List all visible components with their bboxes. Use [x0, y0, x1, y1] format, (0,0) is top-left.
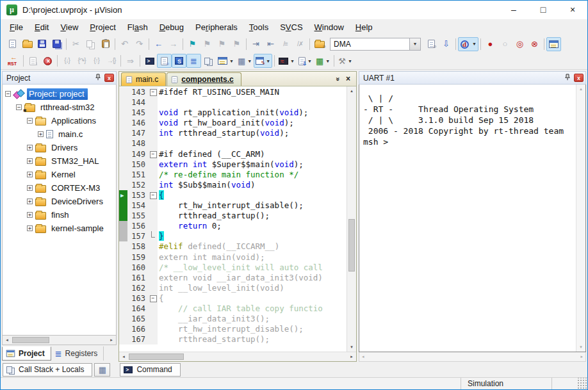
menu-help[interactable]: Help [350, 19, 379, 35]
code-line-167[interactable]: 167 rtthread_startup(); [119, 334, 347, 345]
fold-marker[interactable] [149, 190, 158, 200]
disassembly-window-button[interactable]: ○ [157, 54, 172, 68]
paste-button[interactable] [98, 37, 113, 51]
code-line-149[interactable]: 149#if defined (__CC_ARM) [119, 149, 347, 159]
menu-flash[interactable]: Flash [122, 19, 154, 35]
scroll-left-icon[interactable]: ◂ [3, 337, 12, 343]
menu-edit[interactable]: Edit [29, 19, 54, 35]
dropdown-caret-icon[interactable]: ▼ [348, 59, 352, 63]
indent-button[interactable]: ⇥ [249, 37, 263, 51]
scroll-up-icon[interactable]: ▴ [580, 86, 582, 92]
open-file-button[interactable] [20, 37, 35, 51]
code-area[interactable]: 143#ifdef RT_USING_USER_MAIN144145void r… [119, 86, 347, 352]
close-document-icon[interactable]: × [346, 75, 350, 83]
tree-item-stm32-hal[interactable]: +STM32_HAL [3, 154, 116, 168]
scroll-right-icon[interactable]: ▸ [347, 354, 356, 359]
step-out-button[interactable]: {↑} [89, 54, 104, 68]
dropdown-caret-icon[interactable]: ▼ [229, 59, 234, 63]
dropdown-caret-icon[interactable]: ▼ [290, 59, 295, 63]
code-line-164[interactable]: 164 // call IAR table copy functio [119, 304, 347, 314]
maximize-button[interactable]: □ [528, 1, 558, 19]
scroll-thumb[interactable] [12, 337, 49, 343]
editor-horizontal-scrollbar[interactable]: ◂ ▸ [119, 352, 356, 361]
code-line-165[interactable]: 165 __iar_data_init3(); [119, 314, 347, 324]
collapse-icon[interactable]: − [16, 104, 22, 110]
code-line-159[interactable]: 159extern int main(void); [119, 252, 347, 263]
code-line-146[interactable]: 146void rt_hw_board_init(void); [119, 118, 347, 128]
step-over-button[interactable]: {↷} [74, 54, 89, 68]
unindent-button[interactable]: ⇤ [263, 37, 278, 51]
code-line-163[interactable]: 163{ [119, 293, 347, 304]
code-line-161[interactable]: 161extern void __iar_data_init3(void) [119, 273, 347, 283]
pin-icon[interactable] [564, 74, 571, 82]
scroll-right-icon[interactable]: ▸ [107, 337, 116, 343]
save-button[interactable] [35, 37, 49, 51]
menu-file[interactable]: File [4, 19, 29, 35]
logic-analyzer-button[interactable]: ▼ [277, 54, 297, 68]
tree-item-cortex-m3[interactable]: +CORTEX-M3 [3, 181, 116, 195]
registers-window-button[interactable]: ≣ [186, 54, 201, 68]
tab-registers[interactable]: ≣ Registers [52, 346, 104, 361]
collapse-icon[interactable]: − [5, 91, 11, 97]
resize-grip[interactable] [577, 378, 587, 389]
call-stack-window-button[interactable] [201, 54, 216, 68]
tree-item-drivers[interactable]: +Drivers [3, 141, 116, 154]
find-in-target-button[interactable]: ○ [312, 37, 327, 51]
expand-icon[interactable]: + [38, 131, 44, 137]
navigate-back-button[interactable]: ← [151, 37, 166, 51]
dropdown-caret-icon[interactable]: ▼ [325, 59, 330, 63]
dropdown-caret-icon[interactable]: ▼ [307, 59, 312, 63]
editor-tab-components-c[interactable]: components.c [167, 72, 241, 86]
memory-keypad-button[interactable]: ▦ [94, 363, 110, 377]
expand-icon[interactable]: + [27, 185, 33, 191]
symbols-window-button[interactable] [172, 54, 186, 68]
tree-item-applications[interactable]: −Applications [3, 114, 116, 127]
expand-icon[interactable]: + [27, 199, 33, 204]
show-next-statement-button[interactable]: ↓ [26, 54, 40, 68]
search-combo[interactable]: DMA▼ [330, 38, 421, 51]
editor-tab-main-c[interactable]: main.c [121, 72, 166, 86]
clear-bookmarks-button[interactable]: ⚑ [229, 37, 244, 51]
kill-all-breakpoints-button[interactable]: ⊗ [527, 37, 542, 51]
scroll-right-icon[interactable]: ▸ [580, 354, 583, 359]
code-line-151[interactable]: 151/* re-define main function */ [119, 170, 347, 180]
code-line-166[interactable]: 166 rt_hw_interrupt_disable(); [119, 324, 347, 334]
save-all-button[interactable] [49, 37, 64, 51]
minimize-button[interactable]: – [499, 1, 528, 19]
menu-peripherals[interactable]: Peripherals [190, 19, 243, 35]
find-text-button[interactable]: ▼ [458, 37, 478, 51]
disable-all-breakpoints-button[interactable]: ◎ [512, 37, 527, 51]
project-horizontal-scrollbar[interactable]: ◂ ▸ [2, 336, 117, 345]
command-window-button[interactable] [142, 54, 157, 68]
tree-item-devicedrivers[interactable]: +DeviceDrivers [3, 195, 116, 208]
tab-list-icon[interactable]: » [334, 77, 341, 81]
scroll-left-icon[interactable]: ◂ [119, 354, 128, 359]
tree-item-kernel-sample[interactable]: +kernel-sample [3, 222, 116, 235]
tab-command[interactable]: Command [120, 363, 180, 377]
expand-icon[interactable]: + [27, 212, 33, 218]
reset-cpu-button[interactable] [5, 54, 21, 68]
code-line-148[interactable]: 148 [119, 138, 347, 149]
code-line-157[interactable]: 157} [119, 231, 347, 241]
navigate-forward-button[interactable]: → [166, 37, 181, 51]
close-uart-panel-icon[interactable]: x [574, 74, 584, 82]
step-into-button[interactable]: {↓} [60, 54, 74, 68]
uart-vertical-scrollbar[interactable]: ▴ ▾ [576, 85, 585, 352]
expand-icon[interactable]: + [27, 225, 33, 231]
close-button[interactable]: × [558, 1, 587, 19]
fold-marker[interactable] [149, 87, 158, 97]
dropdown-caret-icon[interactable]: ▼ [266, 59, 270, 63]
comment-button[interactable]: /≡ [278, 37, 293, 51]
code-line-143[interactable]: 143#ifdef RT_USING_USER_MAIN [119, 87, 347, 97]
tree-item-main-c[interactable]: +main.c [3, 127, 116, 141]
code-line-144[interactable]: 144 [119, 97, 347, 108]
project-window-toggle-button[interactable] [546, 37, 561, 51]
code-line-152[interactable]: 152int $Sub$$main(void) [119, 180, 347, 190]
tree-item-kernel[interactable]: +Kernel [3, 168, 116, 181]
code-line-155[interactable]: 155 rtthread_startup(); [119, 211, 347, 221]
new-file-button[interactable] [5, 37, 20, 51]
menu-debug[interactable]: Debug [154, 19, 190, 35]
expand-icon[interactable]: + [27, 172, 33, 177]
editor-vertical-scrollbar[interactable]: ▴ ▾ [347, 86, 356, 352]
code-line-156[interactable]: 156 return 0; [119, 221, 347, 231]
